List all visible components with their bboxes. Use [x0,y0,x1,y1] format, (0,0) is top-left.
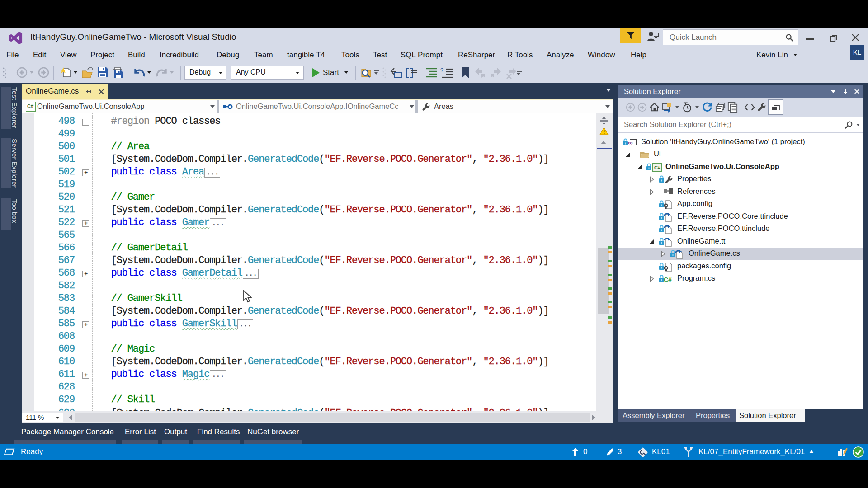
svg-text:C#: C# [654,165,660,170]
svg-text:?: ? [440,67,443,74]
svg-text:∞: ∞ [628,139,633,146]
svg-text:C#: C# [664,276,672,283]
